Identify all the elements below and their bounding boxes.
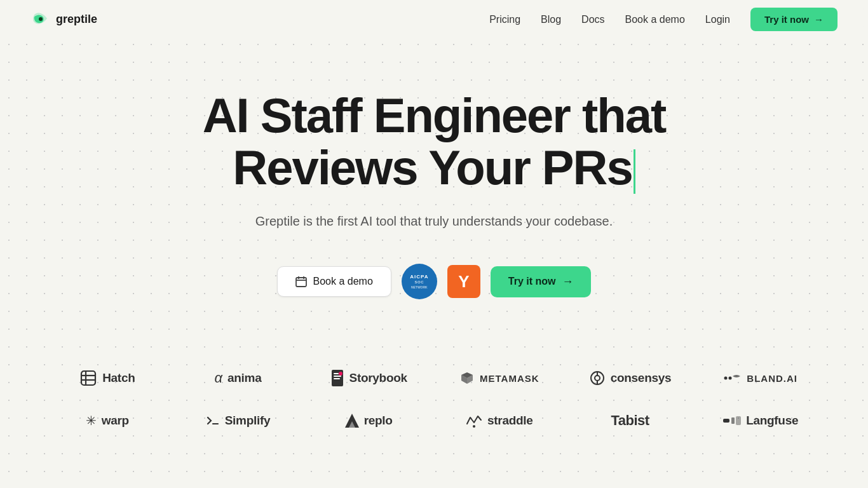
logo-storybook: Storybook xyxy=(306,363,431,393)
anima-icon: α xyxy=(215,370,223,386)
book-demo-label: Book a demo xyxy=(313,276,373,287)
metamask-icon xyxy=(459,371,475,385)
nav-pricing[interactable]: Pricing xyxy=(489,14,520,25)
aicpa-badge: AICPA SOC NETWORK xyxy=(402,264,437,299)
logo-consensys: consensys xyxy=(568,363,693,393)
simplify-icon xyxy=(206,414,220,428)
logo-straddle: straddle xyxy=(437,406,562,435)
logo-simplify: Simplify xyxy=(176,406,301,435)
logo-tabist: Tabist xyxy=(568,406,693,435)
nav-links: Pricing Blog Docs Book a demo Login Try … xyxy=(489,8,837,31)
hero-title: AI Staff Engineer that Reviews Your PRs xyxy=(147,90,721,194)
nav-blog[interactable]: Blog xyxy=(541,14,561,25)
replo-icon xyxy=(345,414,359,428)
logo-anima: α anima xyxy=(176,363,301,393)
svg-point-18 xyxy=(595,376,600,381)
svg-rect-29 xyxy=(736,416,741,425)
try-now-label: Try it now xyxy=(508,276,556,287)
consensys-icon xyxy=(589,370,606,386)
langfuse-icon xyxy=(723,416,741,425)
logos-grid: Hatch α anima Storybook xyxy=(45,363,823,435)
logo-metamask: METAMASK xyxy=(437,363,562,393)
logos-section: Hatch α anima Storybook xyxy=(15,337,853,461)
yc-badge: Y xyxy=(447,265,480,298)
langfuse-label: Langfuse xyxy=(746,414,798,428)
consensys-label: consensys xyxy=(611,371,672,385)
straddle-label: straddle xyxy=(487,414,533,428)
nav-try-now-button[interactable]: Try it now → xyxy=(750,8,837,31)
svg-rect-11 xyxy=(334,376,341,377)
metamask-label: METAMASK xyxy=(480,373,539,384)
hatch-icon xyxy=(79,369,97,387)
hero-subtitle: Greptile is the first AI tool that truly… xyxy=(147,212,721,231)
logo-warp: ✳ warp xyxy=(45,406,170,435)
logo-text: greptile xyxy=(56,13,97,26)
svg-rect-27 xyxy=(723,419,729,423)
try-now-button[interactable]: Try it now → xyxy=(491,266,592,297)
warp-icon: ✳ xyxy=(86,413,97,428)
storybook-icon xyxy=(330,370,344,386)
logo-langfuse: Langfuse xyxy=(698,406,823,435)
blandai-label: BLAND.AI xyxy=(747,373,797,384)
anima-label: anima xyxy=(227,371,261,385)
cursor-blink xyxy=(634,149,635,194)
hero-section: AI Staff Engineer that Reviews Your PRs … xyxy=(116,39,752,337)
logo-replo: replo xyxy=(306,406,431,435)
svg-rect-1 xyxy=(296,278,306,287)
book-demo-button[interactable]: Book a demo xyxy=(277,266,391,297)
svg-rect-12 xyxy=(334,378,340,379)
svg-rect-5 xyxy=(81,371,95,385)
nav-arrow-icon: → xyxy=(814,14,824,25)
nav-book-demo[interactable]: Book a demo xyxy=(625,14,685,25)
logo-icon xyxy=(31,10,51,30)
navbar: greptile Pricing Blog Docs Book a demo L… xyxy=(0,0,868,39)
try-now-arrow-icon: → xyxy=(562,275,573,288)
tabist-label: Tabist xyxy=(611,412,649,429)
svg-point-26 xyxy=(473,425,475,428)
simplify-label: Simplify xyxy=(225,414,271,428)
logo-hatch: Hatch xyxy=(45,363,170,393)
blandai-icon xyxy=(724,374,742,383)
svg-rect-10 xyxy=(334,373,339,374)
nav-docs[interactable]: Docs xyxy=(581,14,604,25)
logo-blandai: BLAND.AI xyxy=(698,363,823,393)
logo-link[interactable]: greptile xyxy=(31,10,97,30)
svg-point-13 xyxy=(339,372,342,376)
warp-label: warp xyxy=(102,414,129,428)
nav-login[interactable]: Login xyxy=(705,14,730,25)
svg-point-22 xyxy=(729,377,732,380)
svg-rect-28 xyxy=(731,417,735,424)
calendar-icon xyxy=(295,276,307,287)
storybook-label: Storybook xyxy=(349,371,407,385)
hero-actions: Book a demo AICPA SOC NETWORK Y Try it n… xyxy=(147,264,721,299)
svg-point-0 xyxy=(39,17,43,21)
straddle-icon xyxy=(466,414,482,428)
svg-point-21 xyxy=(724,377,728,380)
replo-label: replo xyxy=(364,414,393,428)
hatch-label: Hatch xyxy=(102,371,135,385)
